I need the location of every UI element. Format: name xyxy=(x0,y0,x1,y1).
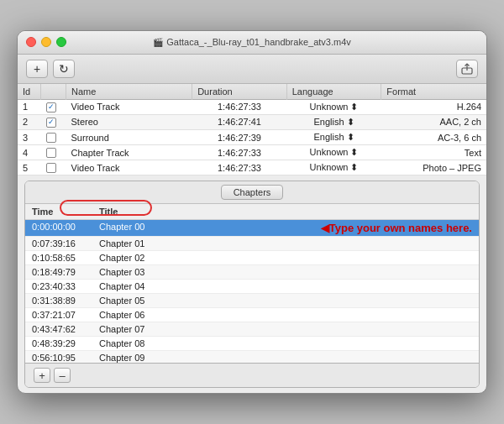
track-format: Photo – JPEG xyxy=(381,160,486,175)
track-checkbox[interactable] xyxy=(46,118,56,128)
chapters-tab[interactable]: Chapters xyxy=(221,185,284,200)
chapter-time: 0:48:39:29 xyxy=(32,338,99,348)
minimize-button[interactable] xyxy=(41,37,51,47)
track-checkbox[interactable] xyxy=(46,102,56,113)
track-id: 3 xyxy=(18,129,41,144)
track-duration: 1:46:27:33 xyxy=(192,160,287,175)
track-checkbox-cell[interactable] xyxy=(41,99,66,114)
close-button[interactable] xyxy=(26,37,36,47)
tracks-table-body: 1 Video Track 1:46:27:33 Unknown ⬍ H.264… xyxy=(18,99,486,175)
col-header-check xyxy=(41,84,66,100)
table-row: 1 Video Track 1:46:27:33 Unknown ⬍ H.264 xyxy=(18,99,486,114)
table-row: 2 Stereo 1:46:27:41 English ⬍ AAC, 2 ch xyxy=(18,114,486,129)
toolbar: + ↻ xyxy=(18,55,486,84)
track-duration: 1:46:27:33 xyxy=(192,145,287,160)
chapter-time: 0:31:38:89 xyxy=(32,296,99,306)
col-header-language: Language xyxy=(286,84,381,100)
track-language: Unknown ⬍ xyxy=(286,99,381,114)
track-format: H.264 xyxy=(381,99,486,114)
col-header-name: Name xyxy=(66,84,192,100)
col-header-title: Title xyxy=(99,207,472,217)
chapter-title[interactable]: Chapter 01 xyxy=(99,238,472,249)
chapter-row[interactable]: 0:43:47:62 Chapter 07 xyxy=(25,322,479,337)
chapter-time: 0:37:21:07 xyxy=(32,310,99,320)
chapter-time: 0:18:49:79 xyxy=(32,267,99,277)
chapter-time: 0:23:40:33 xyxy=(32,281,99,291)
table-row: 5 Video Track 1:46:27:33 Unknown ⬍ Photo… xyxy=(18,160,486,175)
window-title: 🎬 Gattaca_-_Blu-ray_t01_handbrake_atv3.m… xyxy=(153,37,351,47)
chapter-row[interactable]: 0:23:40:33 Chapter 04 xyxy=(25,280,479,294)
track-duration: 1:46:27:41 xyxy=(192,114,287,129)
chapter-title[interactable]: Chapter 05 xyxy=(99,296,472,306)
maximize-button[interactable] xyxy=(56,37,66,47)
titlebar: 🎬 Gattaca_-_Blu-ray_t01_handbrake_atv3.m… xyxy=(18,31,486,55)
chapter-title[interactable]: Chapter 02 xyxy=(99,253,472,263)
chapter-time: 0:10:58:65 xyxy=(32,253,99,263)
chapters-list-header: Time Title xyxy=(25,204,479,220)
table-row: 4 Chapter Track 1:46:27:33 Unknown ⬍ Tex… xyxy=(18,145,486,160)
chapter-title[interactable]: Chapter 04 xyxy=(99,281,472,291)
chapters-list[interactable]: 0:00:00:00 Chapter 00 ◀ Type your own na… xyxy=(25,220,479,363)
track-language: Unknown ⬍ xyxy=(286,145,381,160)
add-track-button[interactable]: + xyxy=(26,60,48,78)
chapter-time: 0:00:00:00 xyxy=(32,222,99,234)
track-checkbox[interactable] xyxy=(46,148,56,158)
track-id: 1 xyxy=(18,99,41,114)
track-id: 4 xyxy=(18,145,41,160)
refresh-button[interactable]: ↻ xyxy=(53,60,75,78)
chapters-tab-row: Chapters xyxy=(25,181,479,204)
chapter-title[interactable]: Chapter 07 xyxy=(99,324,472,334)
chapter-title[interactable]: Chapter 06 xyxy=(99,310,472,320)
annotation-text: Type your own names here. xyxy=(329,222,472,234)
track-name: Video Track xyxy=(66,160,192,175)
chapters-section: Chapters Time Title 0:00:00:00 Chapter 0… xyxy=(24,181,480,388)
chapter-row[interactable]: 0:48:39:29 Chapter 08 xyxy=(25,337,479,351)
track-language: Unknown ⬍ xyxy=(286,160,381,175)
chapter-title[interactable]: Chapter 03 xyxy=(99,267,472,277)
chapter-title[interactable]: Chapter 08 xyxy=(99,338,472,348)
track-checkbox-cell[interactable] xyxy=(41,145,66,160)
chapter-row[interactable]: 0:10:58:65 Chapter 02 xyxy=(25,251,479,265)
col-header-id: Id xyxy=(18,84,41,100)
track-id: 2 xyxy=(18,114,41,129)
track-checkbox-cell[interactable] xyxy=(41,160,66,175)
chapter-title[interactable]: Chapter 00 xyxy=(99,222,314,234)
track-format: AC-3, 6 ch xyxy=(381,129,486,144)
chapters-bottom-bar: + – xyxy=(25,363,479,387)
track-checkbox[interactable] xyxy=(46,133,56,143)
tracks-table: Id Name Duration Language Format 1 Video… xyxy=(18,84,486,175)
track-checkbox[interactable] xyxy=(46,163,56,173)
chapter-row[interactable]: 0:18:49:79 Chapter 03 xyxy=(25,265,479,280)
track-language: English ⬍ xyxy=(286,114,381,129)
chapter-row[interactable]: 0:37:21:07 Chapter 06 xyxy=(25,308,479,322)
table-row: 3 Surround 1:46:27:39 English ⬍ AC-3, 6 … xyxy=(18,129,486,144)
remove-chapter-button[interactable]: – xyxy=(54,368,71,383)
chapter-row[interactable]: 0:31:38:89 Chapter 05 xyxy=(25,294,479,308)
track-language: English ⬍ xyxy=(286,129,381,144)
chapter-row[interactable]: 0:00:00:00 Chapter 00 ◀ Type your own na… xyxy=(25,220,479,237)
track-name: Chapter Track xyxy=(66,145,192,160)
track-checkbox-cell[interactable] xyxy=(41,129,66,144)
annotation-arrow: ◀ xyxy=(321,222,329,234)
track-checkbox-cell[interactable] xyxy=(41,114,66,129)
chapter-row[interactable]: 0:56:10:95 Chapter 09 xyxy=(25,351,479,363)
track-id: 5 xyxy=(18,160,41,175)
track-duration: 1:46:27:39 xyxy=(192,129,287,144)
chapter-time: 0:43:47:62 xyxy=(32,324,99,334)
share-icon xyxy=(461,63,473,75)
track-format: AAC, 2 ch xyxy=(381,114,486,129)
chapter-time: 0:56:10:95 xyxy=(32,353,99,363)
track-format: Text xyxy=(381,145,486,160)
chapter-row[interactable]: 0:07:39:16 Chapter 01 xyxy=(25,237,479,251)
chapter-title[interactable]: Chapter 09 xyxy=(99,353,472,363)
tracks-table-header: Id Name Duration Language Format xyxy=(18,84,486,100)
track-name: Surround xyxy=(66,129,192,144)
col-header-format: Format xyxy=(381,84,486,100)
track-name: Video Track xyxy=(66,99,192,114)
track-name: Stereo xyxy=(66,114,192,129)
col-header-duration: Duration xyxy=(192,84,287,100)
track-duration: 1:46:27:33 xyxy=(192,99,287,114)
col-header-time: Time xyxy=(32,207,99,217)
add-chapter-button[interactable]: + xyxy=(34,368,50,383)
share-button[interactable] xyxy=(456,60,478,78)
